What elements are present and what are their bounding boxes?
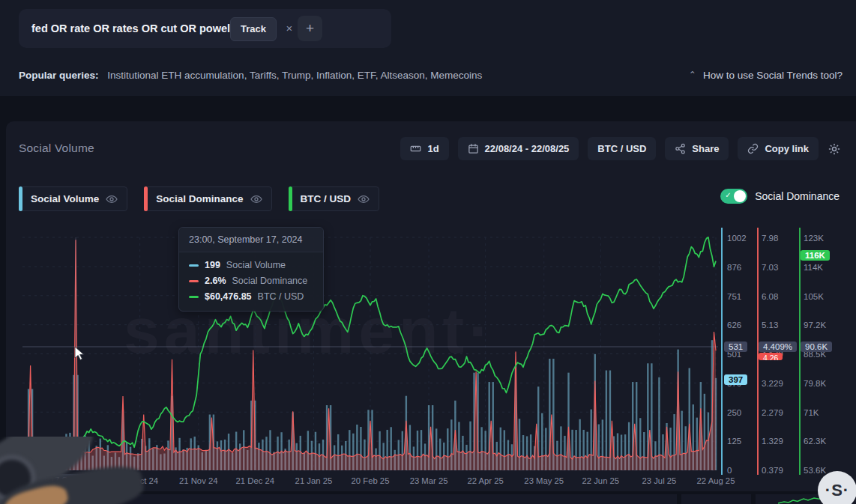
axis-tick: 114K (804, 263, 823, 272)
axis-line-btc-usd (799, 228, 801, 475)
series-dash-icon (189, 280, 199, 282)
eye-icon[interactable] (106, 193, 118, 205)
panel-divider (677, 494, 681, 504)
tooltip-row-social-dominance: 2.6% Social Dominance (189, 276, 313, 286)
axis-tick: 751 (727, 292, 741, 301)
track-button[interactable]: Track (230, 17, 277, 41)
search-query[interactable]: fed OR rate OR rates OR cut OR powell (31, 22, 233, 34)
axis-tick: 3.229 (762, 379, 783, 388)
panel-divider (751, 494, 756, 504)
help-link[interactable]: ⌃ How to use Social Trends tool? (689, 70, 843, 81)
legend-btc-usd[interactable]: BTC / USD (289, 186, 380, 211)
check-icon: ✓ (725, 191, 731, 199)
axis-tick: 7.98 (762, 234, 778, 243)
x-axis-label: 23 May 25 (524, 476, 564, 485)
axis-tick: 79.8K (804, 379, 826, 388)
axis-tick: 1.329 (762, 437, 783, 446)
crosshair-value-social-dominance: 4.409% (759, 341, 797, 352)
toggle-label: Social Dominance (755, 190, 840, 202)
x-axis-label: 21 Dec 24 (236, 476, 275, 485)
axis-tick: 7.03 (762, 263, 778, 272)
add-query-button[interactable]: + (298, 16, 322, 41)
tooltip-date: 23:00, September 17, 2024 (179, 228, 323, 252)
x-axis-label: 22 Apr 25 (467, 476, 503, 485)
help-link-label[interactable]: How to use Social Trends tool? (703, 70, 843, 81)
close-icon[interactable]: × (281, 20, 298, 37)
axis-tick: 0 (727, 466, 732, 475)
gear-icon (828, 142, 841, 156)
axis-tick: 62.3K (804, 437, 826, 446)
copy-link-button[interactable]: Copy link (738, 137, 819, 160)
legend-color-bar (19, 186, 22, 211)
legend-color-bar (289, 186, 292, 211)
chevron-up-icon: ⌃ (689, 70, 696, 80)
social-dominance-toggle[interactable]: ✓ (720, 189, 747, 204)
axis-tick: 626 (727, 321, 741, 330)
tooltip-row-btc-usd: $60,476.85 BTC / USD (189, 291, 313, 302)
toggle-knob (734, 190, 746, 202)
trend-search-container[interactable]: fed OR rate OR rates OR cut OR powell Tr… (19, 9, 391, 48)
share-button[interactable]: Share (665, 137, 729, 160)
date-range-button[interactable]: 22/08/24 - 22/08/25 (458, 137, 579, 160)
eye-icon[interactable] (358, 193, 370, 205)
last-value-btc-usd: 116K (801, 250, 830, 261)
crosshair-value-btc-usd: 90.6K (801, 341, 832, 352)
x-axis-label: 22 Aug 25 (697, 476, 735, 485)
social-dominance-toggle-row: ✓ Social Dominance (720, 189, 840, 204)
axis-tick: 105K (804, 292, 824, 301)
popular-queries-list[interactable]: Institutional ETH accumulation, Tariffs,… (107, 70, 482, 81)
axis-tick: 250 (727, 408, 741, 417)
axis-line-social-volume (721, 228, 723, 475)
x-axis-label: 22 Jun 25 (582, 476, 620, 485)
chart-tooltip: 23:00, September 17, 2024 199 Social Vol… (178, 227, 324, 312)
ruler-icon (410, 143, 421, 154)
axis-line-social-dominance (757, 228, 759, 475)
x-axis-label: 21 Oct 24 (121, 476, 158, 485)
last-value-social-dominance: 4.26 (759, 353, 783, 360)
top-panel: fed OR rate OR rates OR cut OR powell Tr… (0, 0, 856, 96)
axis-tick: 53.6K (804, 466, 826, 475)
x-axis-label: 21 Aug 24 (6, 476, 44, 485)
axis-tick: 5.13 (762, 321, 778, 330)
axis-tick: 1002 (727, 234, 747, 243)
legend-social-volume[interactable]: Social Volume (19, 186, 127, 211)
axis-tick: 876 (727, 263, 741, 272)
axis-tick: 125 (727, 437, 741, 446)
x-axis-label: 21 Jan 25 (295, 476, 333, 485)
axis-tick: 2.279 (762, 408, 783, 417)
page-title: Social Volume (19, 142, 94, 155)
last-value-social-volume: 397 (724, 374, 747, 385)
axis-tick: 0.379 (762, 466, 783, 475)
crosshair-date-badge: 17 Sep 24 (45, 474, 94, 487)
popular-queries-label: Popular queries: (19, 70, 99, 81)
axis-tick: 71K (804, 408, 819, 417)
next-panel-strip (6, 494, 856, 504)
chart-canvas[interactable] (22, 228, 718, 473)
pair-selector-button[interactable]: BTC / USD (588, 137, 656, 160)
eye-icon[interactable] (250, 193, 262, 205)
axis-tick: 123K (804, 234, 824, 243)
x-axis-label: 23 Jul 25 (642, 476, 676, 485)
x-axis-label: 21 Nov 24 (179, 476, 218, 485)
santiment-logo-button[interactable]: ·S· (818, 471, 856, 504)
axis-tick: 6.08 (762, 292, 778, 301)
axis-tick: 97.2K (804, 321, 826, 330)
crosshair-value-social-volume: 531 (724, 341, 747, 352)
chart-controls: 1d 22/08/24 - 22/08/25 BTC / USD Share C… (400, 137, 841, 160)
series-dash-icon (189, 264, 199, 267)
x-axis-label: 20 Feb 25 (352, 476, 390, 485)
settings-button[interactable] (828, 142, 841, 156)
legend-color-bar (144, 186, 148, 211)
calendar-icon (468, 143, 479, 154)
x-axis-label: 23 Mar 25 (410, 476, 448, 485)
tooltip-row-social-volume: 199 Social Volume (189, 260, 313, 270)
legend-social-dominance[interactable]: Social Dominance (144, 186, 271, 211)
share-icon (675, 143, 686, 154)
link-icon (747, 143, 759, 154)
series-dash-icon (189, 296, 199, 298)
series-legend: Social Volume Social Dominance BTC / USD (19, 186, 379, 211)
interval-button[interactable]: 1d (400, 137, 448, 160)
